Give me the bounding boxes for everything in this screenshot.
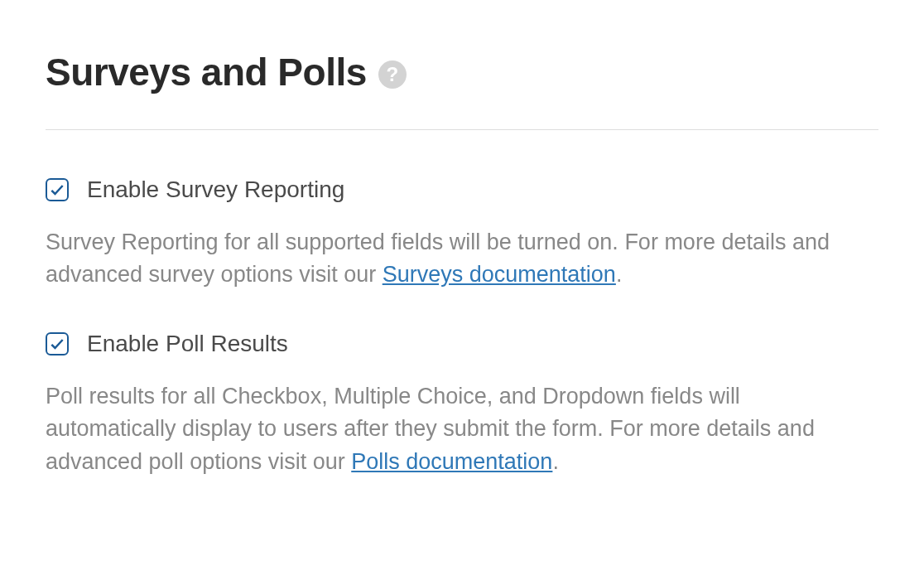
page-heading-row: Surveys and Polls ? — [46, 50, 878, 130]
survey-description: Survey Reporting for all supported field… — [46, 226, 849, 291]
survey-desc-after: . — [616, 262, 623, 287]
help-icon[interactable]: ? — [378, 60, 407, 89]
enable-poll-checkbox[interactable] — [46, 332, 69, 355]
checkmark-icon — [49, 181, 65, 198]
enable-survey-label[interactable]: Enable Survey Reporting — [87, 177, 344, 203]
enable-survey-checkbox[interactable] — [46, 178, 69, 201]
poll-desc-after: . — [552, 449, 559, 474]
poll-description: Poll results for all Checkbox, Multiple … — [46, 380, 849, 477]
surveys-documentation-link[interactable]: Surveys documentation — [383, 262, 616, 287]
survey-option-row: Enable Survey Reporting — [46, 177, 878, 203]
page-title: Surveys and Polls — [46, 50, 367, 94]
poll-option-row: Enable Poll Results — [46, 331, 878, 357]
checkmark-icon — [49, 336, 65, 352]
enable-poll-label[interactable]: Enable Poll Results — [87, 331, 288, 357]
polls-documentation-link[interactable]: Polls documentation — [351, 449, 552, 474]
